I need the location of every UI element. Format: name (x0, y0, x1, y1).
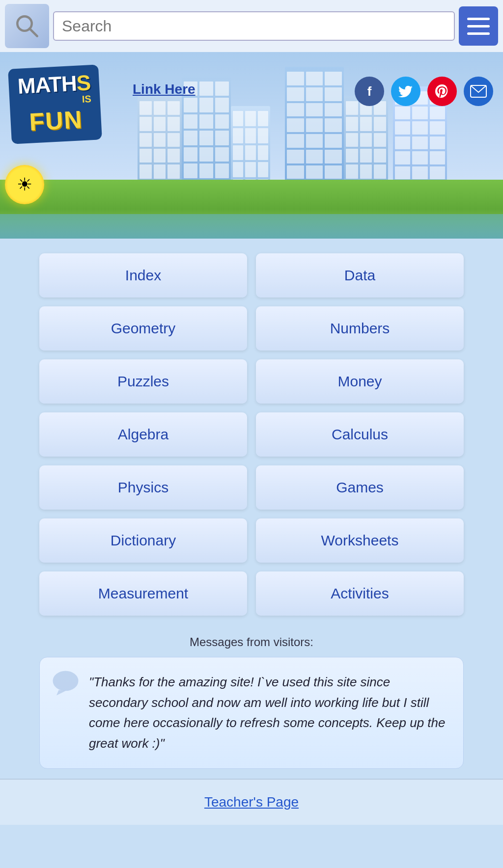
nav-button-data[interactable]: Data (256, 253, 464, 298)
nav-button-geometry[interactable]: Geometry (39, 306, 247, 351)
social-icons-group: f (355, 77, 493, 106)
hamburger-line (467, 25, 490, 27)
messages-title: Messages from visitors: (39, 635, 464, 649)
nav-button-money[interactable]: Money (256, 359, 464, 404)
pinterest-p-icon (434, 83, 450, 99)
twitter-bird-icon (398, 83, 414, 99)
hamburger-line (467, 32, 490, 35)
nav-button-index[interactable]: Index (39, 253, 247, 298)
nav-grid: IndexDataGeometryNumbersPuzzlesMoneyAlge… (39, 253, 464, 616)
search-input[interactable] (53, 11, 455, 41)
svg-point-3 (53, 671, 79, 691)
email-icon[interactable] (464, 77, 493, 106)
nav-button-games[interactable]: Games (256, 465, 464, 510)
svg-line-1 (29, 28, 37, 36)
nav-button-dictionary[interactable]: Dictionary (39, 518, 247, 563)
facebook-icon[interactable]: f (355, 77, 384, 106)
footer: Teacher's Page (0, 779, 503, 825)
sun-icon: ☀ (5, 165, 44, 204)
nav-button-activities[interactable]: Activities (256, 571, 464, 616)
hamburger-menu-button[interactable] (459, 6, 498, 46)
nav-button-worksheets[interactable]: Worksheets (256, 518, 464, 563)
nav-button-calculus[interactable]: Calculus (256, 412, 464, 457)
link-here-text[interactable]: Link Here (133, 81, 196, 97)
teacher-page-link[interactable]: Teacher's Page (204, 794, 299, 810)
header (0, 0, 503, 52)
nav-section: IndexDataGeometryNumbersPuzzlesMoneyAlge… (0, 239, 503, 630)
nav-button-algebra[interactable]: Algebra (39, 412, 247, 457)
messages-section: Messages from visitors: "Thanks for the … (0, 630, 503, 779)
hero-banner: MATHS IS FUN ☀ Link Here f (0, 52, 503, 239)
search-icon (14, 13, 41, 40)
logo[interactable]: MATHS IS FUN (10, 67, 118, 165)
nav-button-measurement[interactable]: Measurement (39, 571, 247, 616)
facebook-label: f (367, 84, 372, 99)
nav-button-physics[interactable]: Physics (39, 465, 247, 510)
water-reflection (0, 214, 503, 239)
twitter-icon[interactable] (391, 77, 420, 106)
nav-button-puzzles[interactable]: Puzzles (39, 359, 247, 404)
message-card: "Thanks for the amazing site! I`ve used … (39, 657, 464, 769)
logo-maths-text: MATHS (17, 72, 91, 97)
email-envelope-icon (470, 85, 487, 98)
search-icon-wrap (5, 4, 49, 48)
nav-button-numbers[interactable]: Numbers (256, 306, 464, 351)
hamburger-line (467, 18, 490, 20)
svg-marker-4 (56, 690, 66, 695)
building-4 (285, 67, 344, 194)
message-quote: "Thanks for the amazing site! I`ve used … (89, 675, 446, 751)
pinterest-icon[interactable] (427, 77, 457, 106)
logo-fun-text: FUN (19, 105, 93, 137)
chat-bubble-icon (50, 667, 82, 699)
